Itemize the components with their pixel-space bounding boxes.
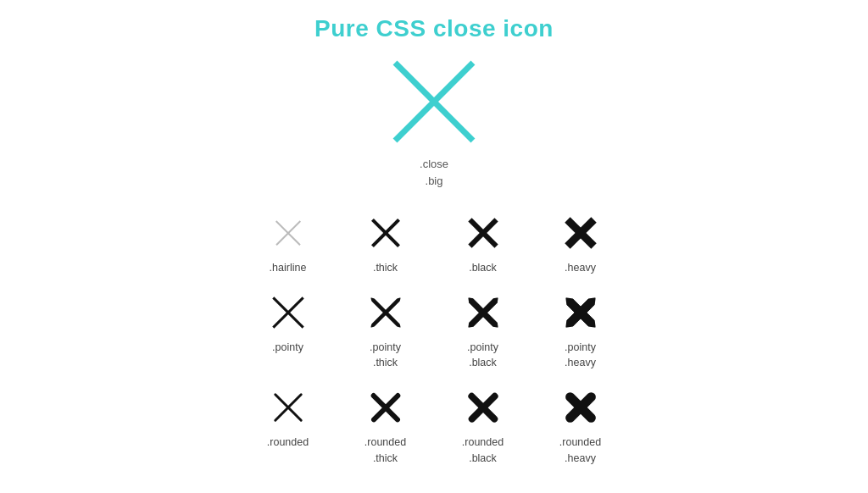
icon-cell-heavy: .heavy bbox=[531, 202, 629, 279]
grid-row-3: .rounded .rounded.thick .rounded.black .… bbox=[239, 377, 629, 468]
icon-cell-hairline: .hairline bbox=[239, 202, 337, 279]
icon-cell-rounded-black: .rounded.black bbox=[434, 377, 531, 468]
icon-cell-rounded: .rounded bbox=[239, 377, 337, 468]
pointy-thick-label: .pointy.thick bbox=[370, 340, 401, 370]
icon-cell-rounded-heavy: .rounded.heavy bbox=[531, 377, 629, 468]
rounded-heavy-label: .rounded.heavy bbox=[559, 435, 601, 465]
grid-row-2: .pointy .pointy.thick .pointy.black .poi… bbox=[239, 282, 629, 374]
pointy-heavy-label: .pointy.heavy bbox=[565, 340, 596, 370]
icon-cell-pointy-heavy: .pointy.heavy bbox=[531, 282, 629, 374]
icon-cell-pointy-black: .pointy.black bbox=[434, 282, 531, 374]
hero-label: .close.big bbox=[420, 156, 448, 189]
icon-grid: .hairline .thick .black .heavy .po bbox=[0, 202, 868, 473]
hero-close-icon bbox=[387, 55, 481, 148]
icon-cell-thick: .thick bbox=[337, 202, 434, 279]
heavy-label: .heavy bbox=[565, 260, 596, 275]
pointy-label: .pointy bbox=[272, 340, 303, 355]
page-title: Pure CSS close icon bbox=[314, 15, 554, 42]
rounded-black-label: .rounded.black bbox=[462, 435, 504, 465]
icon-cell-rounded-thick: .rounded.thick bbox=[337, 377, 434, 468]
rounded-thick-label: .rounded.thick bbox=[364, 435, 406, 465]
pointy-black-label: .pointy.black bbox=[467, 340, 498, 370]
rounded-label: .rounded bbox=[267, 435, 309, 450]
black-label: .black bbox=[469, 260, 497, 275]
hero-section: .close.big bbox=[383, 51, 485, 189]
hairline-label: .hairline bbox=[270, 260, 307, 275]
thick-label: .thick bbox=[373, 260, 398, 275]
icon-cell-black: .black bbox=[434, 202, 531, 279]
grid-row-1: .hairline .thick .black .heavy bbox=[239, 202, 629, 279]
icon-cell-pointy: .pointy bbox=[239, 282, 337, 374]
icon-cell-pointy-thick: .pointy.thick bbox=[337, 282, 434, 374]
